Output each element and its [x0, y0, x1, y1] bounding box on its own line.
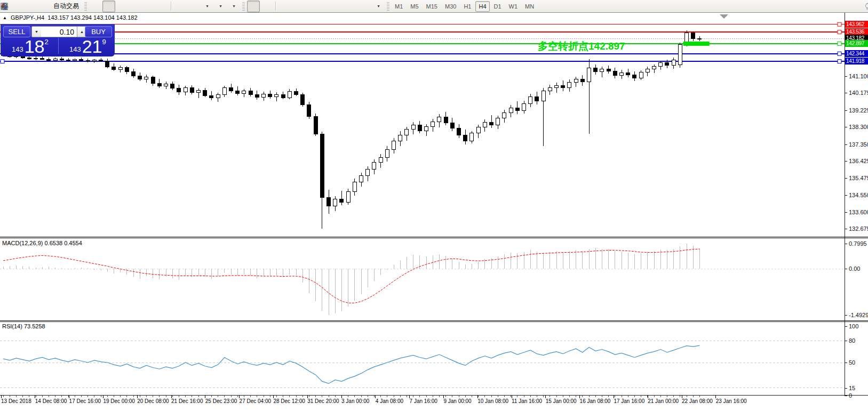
trendline-tool[interactable]	[305, 1, 318, 12]
timeframe-button-h4[interactable]: H4	[475, 1, 489, 12]
price-tick-dash	[845, 93, 847, 93]
time-axis-label: 13 Dec 2018	[1, 398, 31, 404]
symbol-label: GBPJPY-,H4	[11, 14, 44, 21]
chevron-down-icon: ▾	[206, 4, 208, 9]
vertical-line-tool[interactable]	[278, 1, 291, 12]
sell-price-point: 2	[45, 38, 49, 46]
candlestick-chart-button[interactable]	[102, 1, 115, 12]
templates-button[interactable]: ▾	[227, 1, 240, 12]
new-order-button[interactable]	[10, 1, 23, 12]
rsi-tick-dash	[845, 341, 847, 341]
price-tick-dash	[845, 212, 847, 213]
macd-pane[interactable]	[0, 239, 845, 320]
macd-tick-label: 0.7995	[849, 240, 867, 247]
periods-button[interactable]: ▾	[214, 1, 227, 12]
buy-button[interactable]: BUY	[85, 26, 112, 37]
rsi-tick-dash	[845, 388, 847, 389]
macd-tick-dash	[845, 269, 847, 269]
new-chart-button[interactable]: ▾	[201, 1, 213, 12]
rsi-tick-label: 15	[849, 385, 855, 391]
sell-button[interactable]: SELL	[3, 26, 30, 37]
time-axis-label: 9 Jan 00:00	[443, 398, 471, 404]
bar-chart-button[interactable]	[89, 1, 102, 12]
pivot-annotation[interactable]: 多空转折点142.897	[538, 39, 625, 53]
price-tick-dash	[845, 76, 847, 77]
time-axis-border	[0, 395, 868, 396]
cursor-tool-button[interactable]	[247, 1, 260, 12]
rsi-pane[interactable]	[0, 323, 845, 395]
chart-shift-marker[interactable]	[720, 14, 728, 19]
price-level-badge[interactable]: 142.897	[845, 40, 868, 47]
pane-splitter[interactable]	[0, 320, 868, 321]
price-tick-label: 136.425	[849, 158, 868, 164]
rsi-label: RSI(14) 73.5258	[2, 323, 45, 329]
chart-shift-button[interactable]	[187, 1, 200, 12]
tile-windows-button[interactable]	[156, 1, 169, 12]
pane-splitter[interactable]	[0, 321, 868, 322]
price-tick-label: 134.550	[849, 192, 868, 198]
price-level-badge[interactable]: 141.918	[845, 58, 868, 65]
time-axis-label: 16 Jan 08:00	[580, 398, 611, 404]
price-tick-label: 141.100	[849, 73, 868, 79]
zoom-out-button[interactable]	[142, 1, 155, 12]
horizontal-line-tool[interactable]	[292, 1, 305, 12]
text-label-tool[interactable]: T	[359, 1, 371, 12]
timeframe-button-w1[interactable]: W1	[506, 1, 521, 12]
price-tick-dash	[845, 161, 847, 162]
one-click-trade-panel: SELL ▼ 0.10 ▲ BUY 143 18 2 143 21 9	[1, 24, 115, 57]
time-axis-label: 7 Jan 16:00	[410, 398, 437, 404]
timeframe-button-m30[interactable]: M30	[442, 1, 459, 12]
buy-price[interactable]: 143 21 9	[69, 37, 106, 55]
sell-price-base: 143	[12, 45, 23, 53]
timeframe-button-m15[interactable]: M15	[423, 1, 441, 12]
price-tick-label: 137.350	[849, 141, 868, 148]
rsi-tick-label: 0	[849, 392, 852, 399]
channel-tool[interactable]: E	[318, 1, 331, 12]
price-tick-label: 132.675	[849, 225, 868, 232]
collapse-arrow-icon[interactable]: ▲	[3, 15, 7, 20]
volume-input[interactable]: 0.10	[41, 26, 77, 37]
price-tick-label: 133.600	[849, 209, 868, 215]
rsi-tick-dash	[845, 326, 847, 327]
crosshair-tool-button[interactable]	[260, 1, 273, 12]
volume-decrease-button[interactable]: ▼	[31, 26, 42, 37]
time-axis-label: 19 Dec 00:00	[103, 398, 135, 404]
autotrade-button[interactable]: 自动交易	[50, 1, 82, 12]
time-axis-label: 17 Dec 16:00	[69, 398, 101, 404]
pane-splitter[interactable]	[0, 237, 868, 237]
arrows-tool[interactable]: ▾	[372, 1, 385, 12]
price-tick-dash	[845, 127, 847, 127]
price-tick-label: 135.475	[849, 175, 868, 181]
chevron-down-icon: ▾	[377, 4, 379, 9]
price-level-badge[interactable]: 142.344	[845, 50, 868, 57]
price-tick-label: 140.175	[849, 90, 868, 96]
time-axis-label: 10 Jan 08:00	[477, 398, 508, 404]
zoom-in-button[interactable]	[129, 1, 142, 12]
line-chart-button[interactable]	[116, 1, 129, 12]
buy-price-pips: 21	[82, 38, 102, 55]
timeframe-button-d1[interactable]: D1	[491, 1, 505, 12]
price-level-badge[interactable]: 143.962	[845, 21, 868, 28]
pane-splitter[interactable]	[0, 238, 868, 238]
time-axis-label: 15 Jan 00:00	[546, 398, 577, 404]
timeframe-button-h1[interactable]: H1	[460, 1, 474, 12]
auto-scroll-button[interactable]	[174, 1, 187, 12]
sell-price-pips: 18	[25, 38, 45, 55]
timeframe-button-m1[interactable]: M1	[392, 1, 406, 12]
main-chart[interactable]	[0, 13, 845, 237]
chart-window-button[interactable]	[23, 1, 36, 12]
signals-button[interactable]	[37, 1, 50, 12]
price-tick-dash	[845, 229, 847, 229]
fibonacci-tool[interactable]: F	[332, 1, 345, 12]
macd-tick-label: 0.00	[849, 265, 860, 272]
sell-price[interactable]: 143 18 2	[12, 37, 49, 55]
timeframe-button-m5[interactable]: M5	[407, 1, 421, 12]
price-tick-dash	[845, 195, 847, 196]
timeframe-button-mn[interactable]: MN	[522, 1, 537, 12]
time-axis-label: 14 Dec 08:00	[35, 398, 67, 404]
time-axis-label: 21 Jan 00:00	[648, 398, 679, 404]
arrows-icon	[0, 2, 9, 11]
chat-icon[interactable]	[865, 2, 868, 11]
text-tool[interactable]: A	[345, 1, 358, 12]
chevron-down-icon: ▾	[219, 4, 221, 9]
